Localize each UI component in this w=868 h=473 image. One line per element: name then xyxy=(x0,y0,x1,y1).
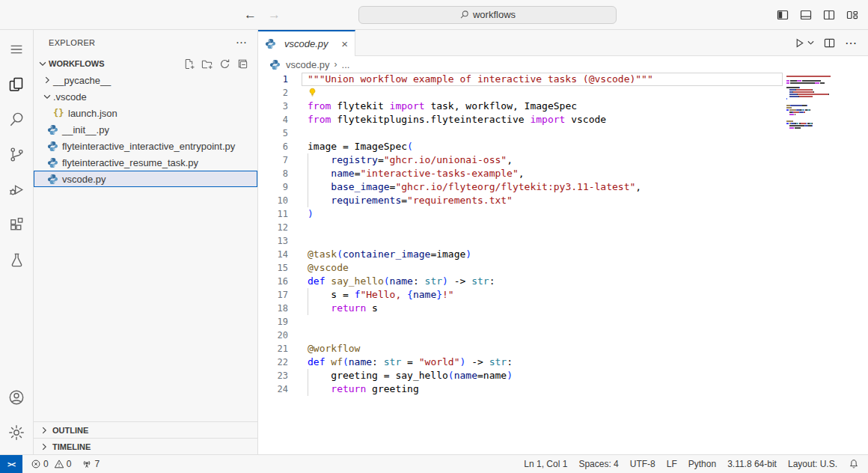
line-number[interactable]: 2 xyxy=(258,86,288,100)
explorer-icon[interactable] xyxy=(0,67,33,102)
collapse-all-icon[interactable] xyxy=(237,58,248,70)
section-header-timeline[interactable]: TIMELINE xyxy=(34,438,257,454)
toggle-panel-icon[interactable] xyxy=(800,9,812,21)
customize-layout-icon[interactable] xyxy=(846,9,858,21)
code-line-16[interactable]: 16def say_hello(name: str) -> str: xyxy=(258,275,868,288)
code-line-10[interactable]: 10 requirements="requirements.txt" xyxy=(258,194,868,207)
code-line-9[interactable]: 9 base_image="ghcr.io/flyteorg/flytekit:… xyxy=(258,180,868,194)
line-number[interactable]: 15 xyxy=(258,261,288,275)
extensions-icon[interactable] xyxy=(0,207,33,242)
code-line-2[interactable]: 2 xyxy=(258,86,868,100)
code-line-6[interactable]: 6image = ImageSpec( xyxy=(258,140,868,153)
menu-icon[interactable] xyxy=(0,31,33,67)
minimap[interactable] xyxy=(786,76,866,129)
code-line-4[interactable]: 4from flytekitplugins.flyteinteractive i… xyxy=(258,113,868,126)
new-folder-icon[interactable] xyxy=(201,58,213,70)
file-tree-item-flyteinteractive-interactive-entrypoint-py[interactable]: flyteinteractive_interactive_entrypoint.… xyxy=(34,138,257,154)
breadcrumb-symbol[interactable]: ... xyxy=(342,59,350,70)
testing-icon[interactable] xyxy=(0,242,33,278)
explorer-more-actions-button[interactable]: ⋯ xyxy=(236,36,247,49)
toggle-secondary-sidebar-icon[interactable] xyxy=(823,9,835,21)
line-number[interactable]: 1 xyxy=(258,73,288,86)
notifications-bell-icon[interactable] xyxy=(849,459,859,469)
more-actions-icon[interactable]: ⋯ xyxy=(845,36,857,50)
line-number[interactable]: 14 xyxy=(258,248,288,261)
breadcrumb: vscode.py › ... xyxy=(258,56,868,73)
line-number[interactable]: 7 xyxy=(258,153,288,167)
line-number[interactable]: 24 xyxy=(258,382,288,396)
line-number[interactable]: 21 xyxy=(258,342,288,355)
forward-arrow-button[interactable]: → xyxy=(268,7,281,22)
line-number[interactable]: 10 xyxy=(258,194,288,207)
tab-close-icon[interactable]: × xyxy=(341,38,348,49)
code-line-8[interactable]: 8 name="interactive-tasks-example", xyxy=(258,167,868,180)
file-tree-item--init-py[interactable]: __init__.py xyxy=(34,121,257,138)
code-line-21[interactable]: 21@workflow xyxy=(258,342,868,355)
code-line-11[interactable]: 11) xyxy=(258,207,868,221)
source-control-icon[interactable] xyxy=(0,137,33,172)
problems-indicator[interactable]: 0 0 xyxy=(31,459,71,469)
code-line-7[interactable]: 7 registry="ghcr.io/unionai-oss", xyxy=(258,153,868,167)
file-tree-item-flyteinteractive-resume-task-py[interactable]: flyteinteractive_resume_task.py xyxy=(34,154,257,171)
line-number[interactable]: 5 xyxy=(258,126,288,140)
status-item-python[interactable]: Python xyxy=(688,459,716,469)
tab-vscode-py[interactable]: vscode.py × xyxy=(258,30,355,56)
run-debug-icon[interactable] xyxy=(0,172,33,207)
code-line-15[interactable]: 15@vscode xyxy=(258,261,868,275)
code-line-23[interactable]: 23 greeting = say_hello(name=name) xyxy=(258,369,868,382)
remote-indicator[interactable]: >< xyxy=(0,455,22,473)
line-number[interactable]: 13 xyxy=(258,234,288,248)
line-number[interactable]: 11 xyxy=(258,207,288,221)
code-line-18[interactable]: 18 return s xyxy=(258,302,868,315)
run-python-file-button[interactable] xyxy=(794,37,814,49)
line-number[interactable]: 23 xyxy=(258,369,288,382)
code-line-13[interactable]: 13 xyxy=(258,234,868,248)
split-editor-icon[interactable] xyxy=(824,37,835,49)
line-number[interactable]: 22 xyxy=(258,355,288,369)
search-icon[interactable] xyxy=(0,102,33,137)
line-number[interactable]: 3 xyxy=(258,100,288,113)
new-file-icon[interactable] xyxy=(183,58,195,70)
code-line-12[interactable]: 12 xyxy=(258,221,868,234)
section-header-outline[interactable]: OUTLINE xyxy=(34,421,257,438)
line-number[interactable]: 9 xyxy=(258,180,288,194)
line-number[interactable]: 12 xyxy=(258,221,288,234)
code-line-5[interactable]: 5 xyxy=(258,126,868,140)
code-line-24[interactable]: 24 return greeting xyxy=(258,382,868,396)
code-line-20[interactable]: 20 xyxy=(258,329,868,342)
settings-icon[interactable] xyxy=(0,415,33,450)
code-line-17[interactable]: 17 s = f"Hello, {name}!" xyxy=(258,288,868,302)
workspace-section-header[interactable]: WORKFLOWS xyxy=(34,55,257,72)
status-item-utf-8[interactable]: UTF-8 xyxy=(630,459,655,469)
back-arrow-button[interactable]: ← xyxy=(244,7,257,22)
line-number[interactable]: 17 xyxy=(258,288,288,302)
line-number[interactable]: 19 xyxy=(258,315,288,329)
toggle-primary-sidebar-icon[interactable] xyxy=(777,9,789,21)
file-tree-item-launch-json[interactable]: {}launch.json xyxy=(34,105,257,121)
breadcrumb-file[interactable]: vscode.py xyxy=(286,59,330,70)
code-line-22[interactable]: 22def wf(name: str = "world") -> str: xyxy=(258,355,868,369)
account-icon[interactable] xyxy=(0,379,33,415)
ports-indicator[interactable]: 7 xyxy=(82,459,100,469)
code-line-19[interactable]: 19 xyxy=(258,315,868,329)
status-item-3-11-8-64-bit[interactable]: 3.11.8 64-bit xyxy=(727,459,777,469)
status-item-lf[interactable]: LF xyxy=(667,459,677,469)
file-tree-item--pycache-[interactable]: __pycache__ xyxy=(34,72,257,88)
line-number[interactable]: 20 xyxy=(258,329,288,342)
line-number[interactable]: 4 xyxy=(258,113,288,126)
file-tree-item-vscode-py[interactable]: vscode.py xyxy=(34,171,257,187)
code-editor[interactable]: 1"""Union workflow example of interactiv… xyxy=(258,73,868,454)
code-line-14[interactable]: 14@task(container_image=image) xyxy=(258,248,868,261)
status-item-spaces-4[interactable]: Spaces: 4 xyxy=(578,459,618,469)
code-line-3[interactable]: 3from flytekit import task, workflow, Im… xyxy=(258,100,868,113)
code-line-1[interactable]: 1"""Union workflow example of interactiv… xyxy=(258,73,868,86)
line-number[interactable]: 16 xyxy=(258,275,288,288)
line-number[interactable]: 6 xyxy=(258,140,288,153)
file-tree-item--vscode[interactable]: .vscode xyxy=(34,88,257,105)
command-center-search[interactable]: workflows xyxy=(358,6,617,24)
line-number[interactable]: 18 xyxy=(258,302,288,315)
status-item-ln-1-col-1[interactable]: Ln 1, Col 1 xyxy=(524,459,567,469)
status-item-layout-u-s[interactable]: Layout: U.S. xyxy=(788,459,837,469)
refresh-icon[interactable] xyxy=(219,58,230,70)
line-number[interactable]: 8 xyxy=(258,167,288,180)
